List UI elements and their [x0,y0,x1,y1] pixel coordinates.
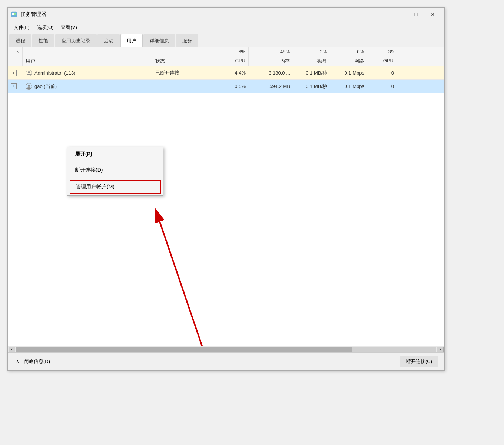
sort-col-empty[interactable]: ∧ [8,47,23,56]
col-memory-header[interactable]: 内存 [249,56,293,66]
user-cell-2: gao (当前) [23,81,152,92]
svg-rect-2 [12,14,14,15]
col-cpu-pct: 6% [219,47,249,56]
svg-point-8 [28,85,30,87]
table-row[interactable]: › gao (当前) 0.5% 594.2 MB 0.1 MB/秒 0.1 Mb… [8,80,444,93]
disk-cell-2: 0.1 MB/秒 [293,81,330,92]
col-disk-header[interactable]: 磁盘 [293,56,330,66]
col-gpu-header[interactable]: GPU [367,56,397,66]
tab-app-history[interactable]: 应用历史记录 [55,34,97,47]
column-header-row2: 用户 状态 CPU 内存 磁盘 网络 GPU [8,56,444,66]
status-cell-2 [152,84,219,89]
svg-rect-6 [14,16,16,16]
tab-services[interactable]: 服务 [176,34,198,47]
svg-rect-3 [12,16,14,16]
user-avatar-1 [26,70,32,76]
user-name-2: gao (当前) [34,83,57,90]
tabs-bar: 进程 性能 应用历史记录 启动 用户 详细信息 服务 [8,34,444,47]
scroll-right-button[interactable]: › [437,347,444,352]
menu-options[interactable]: 选项(O) [34,23,57,32]
status-cell-1: 已断开连接 [152,67,219,79]
table-row[interactable]: › Administrator (113) 已断开连接 4.4% 3,180.0… [8,66,444,80]
svg-line-10 [160,222,215,346]
col-disk-pct: 2% [293,47,330,56]
svg-rect-5 [14,14,16,15]
disconnect-button[interactable]: 断开连接(C) [400,356,438,367]
network-cell-1: 0.1 Mbps [330,68,367,78]
expand-cell-1[interactable]: › [8,68,23,78]
context-menu: 展开(P) 断开连接(D) 管理用户帐户(M) [67,147,163,196]
col-user-sort[interactable] [23,47,152,56]
tab-users[interactable]: 用户 [120,34,143,47]
svg-point-7 [28,71,30,73]
memory-cell-2: 594.2 MB [249,81,293,91]
gpu-cell-1: 0 [367,68,397,78]
user-cell-1: Administrator (113) [23,67,152,79]
maximize-button[interactable]: □ [407,9,424,20]
context-menu-separator-2 [67,178,163,178]
gpu-cell-2: 0 [367,81,397,91]
expand-cell-2[interactable]: › [8,81,23,92]
context-menu-expand[interactable]: 展开(P) [67,147,163,161]
menu-file[interactable]: 文件(F) [11,23,33,32]
window-title: 任务管理器 [20,11,46,18]
expand-icon-2[interactable]: › [11,83,17,89]
col-expand-header [8,56,23,66]
expand-icon-1[interactable]: › [11,70,17,76]
svg-rect-1 [12,13,14,14]
user-name-1: Administrator (113) [34,70,76,76]
col-network-pct: 0% [330,47,367,56]
close-button[interactable]: ✕ [424,9,441,20]
col-user-header[interactable]: 用户 [23,56,152,66]
column-header-row1: ∧ 6% 48% 2% 0% 39 [8,47,444,56]
scroll-track[interactable] [16,347,436,352]
minimize-button[interactable]: — [390,9,407,20]
title-bar: 任务管理器 — □ ✕ [8,8,444,21]
col-cpu-header[interactable]: CPU [219,56,249,66]
cpu-cell-2: 0.5% [219,81,249,91]
toggle-label: 简略信息(D) [24,358,50,365]
cpu-cell-1: 4.4% [219,68,249,78]
col-status-header[interactable]: 状态 [152,56,219,66]
col-gpu-pct: 39 [367,47,397,56]
context-menu-manage-accounts[interactable]: 管理用户帐户(M) [70,180,161,194]
title-bar-controls: — □ ✕ [390,9,441,20]
horizontal-scrollbar[interactable]: ‹ › [8,346,444,352]
col-network-header[interactable]: 网络 [330,56,367,66]
tab-performance[interactable]: 性能 [32,34,54,47]
svg-rect-4 [14,13,16,14]
menu-view[interactable]: 查看(V) [58,23,80,32]
toggle-details-button[interactable]: ∧ 简略信息(D) [14,358,50,365]
annotation-arrow [137,196,293,346]
collapse-icon: ∧ [14,358,21,365]
bottom-bar: ∧ 简略信息(D) 断开连接(C) [8,352,444,370]
context-menu-separator [67,162,163,162]
user-avatar-2 [26,83,32,90]
disk-cell-1: 0.1 MB/秒 [293,67,330,79]
content-area: ∧ 6% 48% 2% 0% 39 用户 状态 CPU 内存 磁盘 网络 GPU… [8,47,444,346]
title-bar-left: 任务管理器 [11,11,46,18]
menu-bar: 文件(F) 选项(O) 查看(V) [8,21,444,34]
context-menu-disconnect[interactable]: 断开连接(D) [67,163,163,177]
tab-processes[interactable]: 进程 [9,34,32,47]
tab-details[interactable]: 详细信息 [143,34,175,47]
scroll-thumb[interactable] [16,347,352,352]
scroll-left-button[interactable]: ‹ [9,347,15,352]
task-manager-icon [11,11,17,18]
task-manager-window: 任务管理器 — □ ✕ 文件(F) 选项(O) 查看(V) 进程 性能 应用历史… [7,7,445,371]
memory-cell-1: 3,180.0 ... [249,68,293,78]
col-status-sort[interactable] [152,47,219,56]
tab-startup[interactable]: 启动 [97,34,120,47]
col-memory-pct: 48% [249,47,293,56]
network-cell-2: 0.1 Mbps [330,81,367,91]
